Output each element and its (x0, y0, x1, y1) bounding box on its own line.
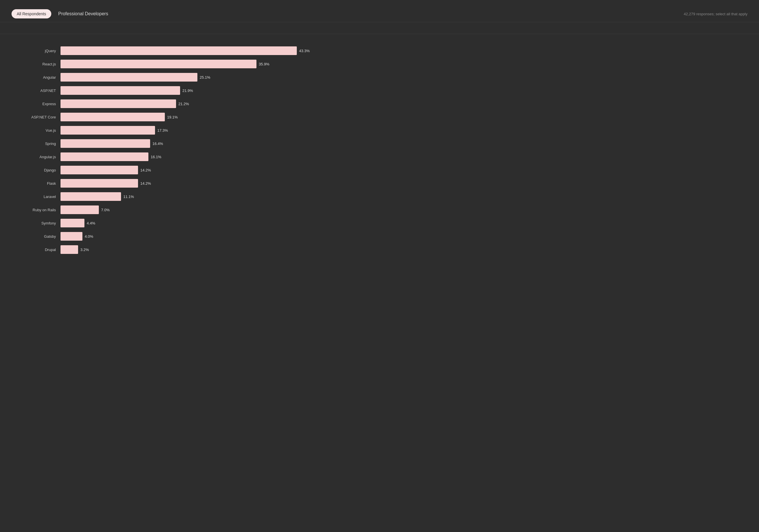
header-left: All Respondents Professional Developers (12, 9, 108, 19)
bar-value: 7.0% (101, 208, 110, 212)
bar-area: 14.2% (60, 166, 736, 174)
response-info: 42,279 responses; select all that apply (684, 12, 747, 16)
bar-area: 4.0% (60, 232, 736, 241)
chart-row: Express21.2% (23, 99, 736, 109)
chart-row: Angular.js16.1% (23, 151, 736, 162)
bar-value: 4.0% (85, 234, 93, 239)
chart-row: Laravel11.1% (23, 191, 736, 202)
bar-label: Angular (23, 75, 60, 80)
bar-label: Vue.js (23, 128, 60, 133)
bar-value: 35.9% (259, 62, 269, 66)
bar-fill (60, 73, 197, 82)
bar-area: 11.1% (60, 192, 736, 201)
all-respondents-button[interactable]: All Respondents (12, 9, 51, 19)
bar-fill (60, 205, 99, 214)
bar-fill (60, 60, 257, 68)
chart-row: Ruby on Rails7.0% (23, 205, 736, 215)
bar-area: 25.1% (60, 73, 736, 82)
bar-fill (60, 100, 176, 108)
bar-value: 21.2% (179, 102, 189, 106)
bar-area: 16.4% (60, 139, 736, 148)
bar-fill (60, 179, 138, 187)
chart-row: Angular25.1% (23, 72, 736, 82)
bar-fill (60, 152, 148, 161)
bar-value: 16.1% (151, 155, 161, 159)
bar-value: 14.2% (140, 168, 151, 172)
bar-value: 21.9% (182, 89, 193, 93)
bar-label: React.js (23, 62, 60, 66)
bar-area: 16.1% (60, 152, 736, 161)
chart-row: Gatsby4.0% (23, 231, 736, 241)
bar-label: Laravel (23, 194, 60, 199)
bar-fill (60, 166, 138, 174)
bar-fill (60, 232, 82, 241)
bar-fill (60, 113, 165, 121)
bar-label: jQuery (23, 49, 60, 53)
bar-area: 21.9% (60, 86, 736, 95)
bar-value: 16.4% (152, 142, 163, 146)
bar-label: Angular.js (23, 155, 60, 159)
bar-area: 43.3% (60, 46, 736, 55)
bar-fill (60, 245, 78, 254)
chart-row: Symfony4.4% (23, 218, 736, 228)
bar-area: 17.3% (60, 126, 736, 135)
bar-label: ASP.NET Core (23, 115, 60, 119)
chart-row: ASP.NET Core19.1% (23, 112, 736, 122)
bar-value: 14.2% (140, 181, 151, 185)
bar-value: 19.1% (167, 115, 178, 119)
bar-value: 43.3% (299, 49, 310, 53)
chart-row: Vue.js17.3% (23, 125, 736, 136)
chart-row: ASP.NET21.9% (23, 85, 736, 96)
bar-label: Spring (23, 142, 60, 146)
bar-label: Express (23, 102, 60, 106)
bar-fill (60, 192, 121, 201)
chart-row: Drupal3.2% (23, 244, 736, 255)
bar-label: Ruby on Rails (23, 208, 60, 212)
bar-label: Flask (23, 181, 60, 185)
bar-area: 21.2% (60, 100, 736, 108)
bar-value: 25.1% (200, 75, 210, 80)
bar-area: 35.9% (60, 60, 736, 68)
bar-label: Symfony (23, 221, 60, 225)
filter-label: Professional Developers (58, 11, 108, 17)
bar-area: 3.2% (60, 245, 736, 254)
bar-fill (60, 46, 297, 55)
chart-container: jQuery43.3%React.js35.9%Angular25.1%ASP.… (0, 46, 759, 269)
bar-value: 17.3% (157, 128, 168, 133)
chart-row: Spring16.4% (23, 138, 736, 149)
bar-value: 4.4% (87, 221, 96, 225)
page-header: All Respondents Professional Developers … (0, 6, 759, 22)
bar-label: Gatsby (23, 234, 60, 239)
bar-area: 19.1% (60, 113, 736, 121)
chart-row: Flask14.2% (23, 178, 736, 188)
bar-value: 3.2% (80, 248, 89, 252)
bar-fill (60, 86, 180, 95)
header-divider (0, 34, 759, 34)
bar-fill (60, 139, 150, 148)
bar-label: Django (23, 168, 60, 172)
bar-fill (60, 219, 84, 227)
bar-value: 11.1% (123, 194, 134, 199)
bar-label: ASP.NET (23, 89, 60, 93)
chart-row: Django14.2% (23, 165, 736, 175)
bar-fill (60, 126, 155, 135)
bar-area: 4.4% (60, 219, 736, 227)
bar-area: 14.2% (60, 179, 736, 187)
bar-label: Drupal (23, 248, 60, 252)
chart-row: React.js35.9% (23, 59, 736, 69)
bar-area: 7.0% (60, 205, 736, 214)
chart-row: jQuery43.3% (23, 46, 736, 56)
